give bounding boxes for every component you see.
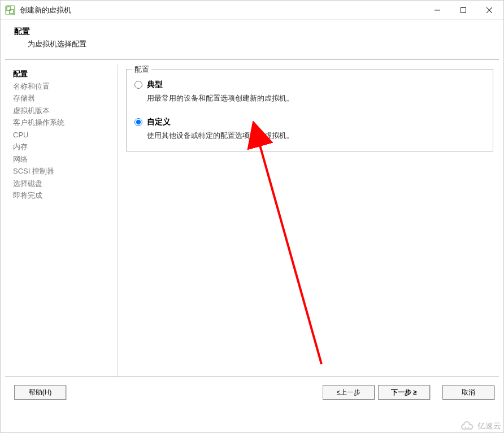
radio-typical-text: 典型 用最常用的设备和配置选项创建新的虚拟机。 [147, 80, 294, 103]
config-groupbox: 配置 典型 用最常用的设备和配置选项创建新的虚拟机。 自定义 使用其他设备或特定… [126, 69, 493, 151]
wizard-main: 配置 名称和位置 存储器 虚拟机版本 客户机操作系统 CPU 内存 网络 SCS… [1, 60, 503, 376]
wizard-sidebar: 配置 名称和位置 存储器 虚拟机版本 客户机操作系统 CPU 内存 网络 SCS… [5, 64, 118, 376]
watermark: 亿速云 [459, 421, 501, 431]
radio-custom-text: 自定义 使用其他设备或特定的配置选项创建虚拟机。 [147, 117, 294, 141]
titlebar: 创建新的虚拟机 [1, 1, 503, 20]
radio-custom-label: 自定义 [147, 117, 294, 127]
sidebar-step-cpu: CPU [13, 129, 112, 141]
wizard-header: 配置 为虚拟机选择配置 [1, 20, 503, 59]
groupbox-legend: 配置 [132, 64, 151, 75]
minimize-button[interactable] [424, 1, 450, 19]
help-button-label: 帮助(H) [29, 388, 52, 397]
next-button-label: 下一步 ≥ [391, 388, 417, 397]
sidebar-step-name-location: 名称和位置 [13, 80, 112, 93]
sidebar-step-vm-version: 虚拟机版本 [13, 105, 112, 117]
sidebar-step-guest-os: 客户机操作系统 [13, 116, 112, 129]
wizard-footer: 帮助(H) ≤上一步 下一步 ≥ 取消 [1, 377, 503, 400]
wizard-content: 配置 典型 用最常用的设备和配置选项创建新的虚拟机。 自定义 使用其他设备或特定… [118, 64, 499, 376]
svg-line-7 [257, 133, 321, 364]
wizard-title: 配置 [14, 27, 490, 37]
window-controls [424, 1, 502, 19]
svg-rect-4 [461, 7, 466, 12]
svg-point-8 [465, 427, 466, 428]
sidebar-step-config[interactable]: 配置 [13, 68, 112, 80]
sidebar-step-select-disk: 选择磁盘 [13, 177, 112, 190]
watermark-text: 亿速云 [477, 421, 501, 431]
wizard-subtitle: 为虚拟机选择配置 [14, 39, 490, 49]
sidebar-step-network: 网络 [13, 153, 112, 166]
app-icon [5, 5, 15, 15]
cancel-button-label: 取消 [462, 388, 475, 397]
sidebar-step-storage: 存储器 [13, 92, 112, 105]
back-button-label: ≤上一步 [337, 388, 361, 397]
radio-custom[interactable] [134, 118, 142, 126]
sidebar-step-ready-complete: 即将完成 [13, 189, 112, 202]
radio-typical[interactable] [134, 81, 142, 89]
sidebar-step-scsi: SCSI 控制器 [13, 165, 112, 177]
maximize-button[interactable] [450, 1, 476, 19]
radio-typical-label: 典型 [147, 80, 294, 90]
radio-custom-desc: 使用其他设备或特定的配置选项创建虚拟机。 [147, 128, 294, 141]
next-button[interactable]: 下一步 ≥ [378, 385, 430, 400]
close-button[interactable] [476, 1, 502, 19]
sidebar-step-memory: 内存 [13, 141, 112, 153]
radio-row-custom: 自定义 使用其他设备或特定的配置选项创建虚拟机。 [134, 117, 485, 141]
cancel-button[interactable]: 取消 [442, 385, 494, 400]
cloud-icon [459, 421, 475, 431]
annotation-red-arrow [234, 121, 347, 381]
svg-point-9 [468, 427, 469, 428]
back-button[interactable]: ≤上一步 [323, 385, 375, 400]
help-button[interactable]: 帮助(H) [14, 385, 66, 400]
radio-typical-desc: 用最常用的设备和配置选项创建新的虚拟机。 [147, 91, 294, 103]
radio-row-typical: 典型 用最常用的设备和配置选项创建新的虚拟机。 [134, 80, 485, 103]
window-title: 创建新的虚拟机 [20, 5, 424, 15]
